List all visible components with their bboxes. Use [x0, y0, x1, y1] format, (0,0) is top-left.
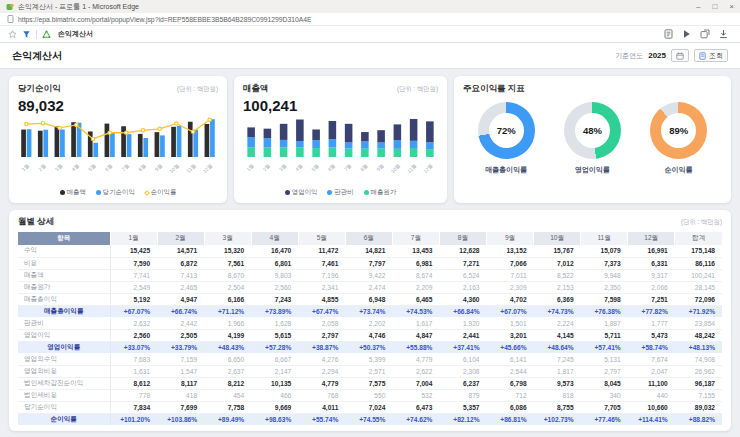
search-button[interactable]: 조회 — [694, 49, 728, 62]
x-axis-label: 12월 — [202, 163, 214, 173]
table-cell: +102.73% — [534, 413, 581, 425]
popout-icon[interactable] — [700, 29, 710, 39]
bar-segment — [280, 147, 288, 157]
donut-chart: 48% — [564, 102, 621, 159]
table-cell: +86.81% — [487, 413, 534, 425]
bar-segment — [394, 124, 402, 140]
table-cell: 7,674 — [628, 353, 675, 365]
legend-label: 판관비 — [334, 188, 353, 197]
legend-marker — [96, 190, 101, 195]
table-cell: +101.20% — [110, 413, 157, 425]
legend-item: 당기순이익 — [96, 188, 135, 197]
table-cell: 48,242 — [675, 329, 722, 341]
table-cell: 7,741 — [110, 269, 157, 281]
url-bar[interactable]: https://epa.bimatrix.com/portal/popupVie… — [0, 13, 740, 26]
table-cell: +57.41% — [581, 341, 628, 353]
bar-segment — [410, 148, 418, 157]
column-header: 4월 — [251, 232, 298, 245]
line-marker — [108, 131, 111, 134]
table-cell: +37.41% — [439, 341, 486, 353]
table-cell: 15,320 — [204, 245, 251, 257]
x-axis-label: 8월 — [137, 163, 147, 173]
bar — [171, 127, 176, 157]
bar-segment — [394, 140, 402, 149]
table-cell: 9,317 — [628, 269, 675, 281]
table-cell: 2,441 — [439, 329, 486, 341]
x-axis-label: 2월 — [261, 162, 271, 172]
table-cell: +98.63% — [251, 413, 298, 425]
net-margin-donut: 89% 순이익률 — [650, 102, 707, 175]
column-header: 1월 — [110, 232, 157, 245]
table-cell: 6,524 — [439, 269, 486, 281]
table-cell: 10,135 — [251, 377, 298, 389]
table-cell: 4,702 — [487, 293, 534, 305]
toolbar-divider — [36, 30, 37, 39]
column-header: 9월 — [487, 232, 534, 245]
net-income-card: 당기순이익 (단위 : 백만원) 89,032 1월2월3월4월5월6월7월8월… — [9, 76, 227, 203]
table-cell: 4,360 — [439, 293, 486, 305]
bar-segment — [264, 138, 272, 147]
table-cell: 9,573 — [534, 377, 581, 389]
bar-segment — [426, 121, 434, 142]
table-cell: 2,153 — [534, 281, 581, 293]
table-cell: 9,422 — [345, 269, 392, 281]
legend-item: 매출원가 — [364, 188, 397, 197]
diagram-icon[interactable] — [42, 30, 51, 39]
table-cell: 16,470 — [251, 245, 298, 257]
table-cell: 7,251 — [628, 293, 675, 305]
table-cell: 14,821 — [345, 245, 392, 257]
table-cell: +33.07% — [110, 341, 157, 353]
bar-segment — [247, 137, 255, 147]
table-cell: 6,369 — [534, 293, 581, 305]
calendar-button[interactable] — [671, 49, 689, 62]
table-cell: +45.66% — [487, 341, 534, 353]
table-cell: 454 — [204, 389, 251, 401]
report-toolbar: 손익계산서 — [0, 26, 740, 43]
table-cell: 8,117 — [157, 377, 204, 389]
table-row: 당기순이익7,8347,6997,7589,6694,0117,0246,473… — [18, 401, 722, 413]
filter-icon[interactable] — [22, 30, 31, 39]
line-marker — [58, 126, 61, 129]
table-cell: 7,699 — [157, 401, 204, 413]
table-cell: 9,669 — [251, 401, 298, 413]
table-cell: 15,425 — [110, 245, 157, 257]
table-cell: 16,991 — [628, 245, 675, 257]
report-icon[interactable] — [664, 29, 673, 39]
table-cell: 100,241 — [675, 269, 722, 281]
table-cell: 7,011 — [487, 269, 534, 281]
net-income-unit: (단위 : 백만원) — [177, 85, 218, 94]
legend-item: 판관비 — [327, 188, 353, 197]
table-cell: 6,166 — [204, 293, 251, 305]
table-cell: +55.88% — [392, 341, 439, 353]
line-marker — [175, 122, 178, 125]
table-cell: 879 — [439, 389, 486, 401]
star-icon[interactable] — [8, 30, 17, 39]
table-cell: 778 — [110, 389, 157, 401]
table-cell: 340 — [581, 389, 628, 401]
maximize-button[interactable]: □ — [712, 0, 717, 13]
row-label: 판관비 — [18, 317, 110, 329]
table-cell: 6,141 — [487, 353, 534, 365]
x-axis-label: 9월 — [154, 163, 164, 173]
table-cell: 8,612 — [110, 377, 157, 389]
minimize-button[interactable]: – — [696, 0, 700, 13]
download-icon[interactable] — [719, 29, 728, 39]
x-axis-label: 7월 — [120, 163, 130, 173]
revenue-title: 매출액 — [243, 83, 269, 95]
table-cell: 4,779 — [392, 353, 439, 365]
table-cell: 7,758 — [204, 401, 251, 413]
table-cell: 7,245 — [534, 353, 581, 365]
table-cell: 7,575 — [345, 377, 392, 389]
table-cell: 8,674 — [392, 269, 439, 281]
table-cell: +77.82% — [628, 305, 675, 317]
close-button[interactable]: × — [729, 0, 734, 13]
table-cell: 4,746 — [345, 329, 392, 341]
table-cell: 2,294 — [298, 365, 345, 377]
table-cell: 4,199 — [204, 329, 251, 341]
table-cell: 7,024 — [345, 401, 392, 413]
base-year-label: 기준연도 — [615, 51, 643, 61]
report-body: 당기순이익 (단위 : 백만원) 89,032 1월2월3월4월5월6월7월8월… — [0, 69, 740, 436]
base-year-value[interactable]: 2025 — [648, 51, 666, 60]
table-cell: 2,637 — [204, 365, 251, 377]
run-icon[interactable] — [682, 29, 691, 39]
